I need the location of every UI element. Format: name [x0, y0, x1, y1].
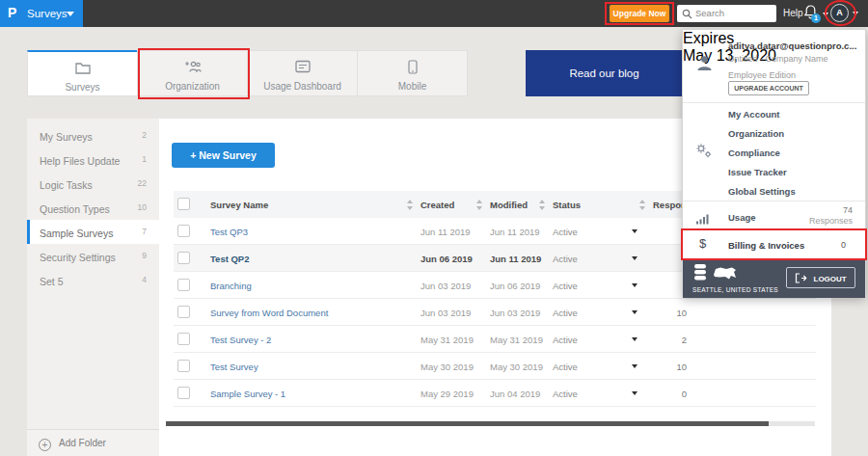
new-survey-button[interactable]: + New Survey	[172, 143, 275, 168]
status-dropdown-caret[interactable]	[632, 283, 637, 287]
menu-item-organization[interactable]: Organization	[728, 124, 865, 144]
sidebar-item-sample-surveys[interactable]: Sample Surveys7	[27, 220, 159, 244]
tab-strip: Surveys Organization Usage Dashboard Mob…	[27, 50, 468, 96]
menu-item-usage[interactable]: Usage 74 Responses	[683, 202, 865, 231]
menu-item-issue-tracker[interactable]: Issue Tracker	[728, 163, 865, 182]
usage-label: Usage	[728, 212, 756, 223]
tab-label: Usage Dashboard	[263, 81, 341, 92]
survey-name-link[interactable]: Test Survey	[210, 362, 258, 372]
row-checkbox[interactable]	[177, 333, 190, 345]
search-box[interactable]	[677, 5, 776, 22]
row-checkbox[interactable]	[177, 225, 190, 237]
menu-item-my-account[interactable]: My Account	[728, 105, 865, 124]
select-all-checkbox[interactable]	[177, 198, 190, 210]
upgrade-account-button[interactable]: UPGRADE ACCOUNT	[728, 81, 809, 95]
search-input[interactable]	[695, 6, 773, 20]
status-value: Active	[553, 335, 578, 345]
billing-value: 0	[841, 240, 846, 250]
row-checkbox[interactable]	[177, 252, 190, 264]
logout-icon	[795, 273, 807, 283]
status-value: Active	[553, 281, 578, 291]
sidebar-item-count: 7	[142, 220, 147, 244]
row-checkbox[interactable]	[177, 306, 190, 318]
sidebar-item-label: Logic Tasks	[40, 179, 93, 191]
sort-icon[interactable]	[407, 200, 414, 210]
status-value: Active	[553, 308, 578, 318]
menu-item-billing-invoices[interactable]: $ Billing & Invoices 0	[683, 231, 865, 259]
survey-name-link[interactable]: Test Survey - 2	[210, 335, 271, 345]
created-date: Jun 03 2019	[420, 308, 471, 318]
chevron-down-icon	[853, 12, 858, 15]
sidebar-item-help-files-update[interactable]: Help Files Update1	[27, 148, 159, 172]
row-checkbox[interactable]	[177, 279, 190, 291]
status-dropdown-caret[interactable]	[632, 310, 637, 314]
status-dropdown-caret[interactable]	[632, 229, 637, 233]
sidebar-item-count: 9	[142, 244, 147, 268]
divider	[683, 102, 865, 103]
upgrade-now-button[interactable]: Upgrade Now	[610, 5, 669, 22]
sidebar-item-my-surveys[interactable]: My Surveys2	[27, 123, 159, 148]
questionpro-logo-icon: P	[8, 6, 16, 19]
sidebar-item-label: Question Types	[40, 203, 110, 215]
chevron-down-icon	[67, 12, 74, 16]
sidebar-item-logic-tasks[interactable]: Logic Tasks22	[27, 172, 159, 196]
row-checkbox[interactable]	[177, 360, 190, 372]
response-count: 10	[648, 362, 687, 372]
survey-name-link[interactable]: Branching	[210, 281, 252, 291]
notifications-button[interactable]: 1	[803, 4, 821, 25]
menu-item-compliance[interactable]: Compliance	[728, 144, 865, 163]
read-our-blog-button[interactable]: Read our blog	[526, 50, 683, 96]
topbar: P Surveys Upgrade Now Help 1 A	[0, 0, 868, 27]
sidebar-item-count: 4	[142, 268, 147, 292]
horizontal-scrollbar-track[interactable]	[166, 421, 815, 426]
tab-organization[interactable]: Organization	[137, 50, 248, 96]
notification-badge: 1	[811, 13, 821, 23]
usage-unit: Responses	[809, 216, 853, 226]
sidebar-item-label: My Surveys	[40, 131, 93, 143]
response-count: 10	[648, 308, 687, 318]
survey-name-link[interactable]: Sample Survey - 1	[210, 389, 285, 399]
table-row: Survey from Word DocumentJun 03 2019Jun …	[174, 299, 816, 326]
surveys-nav-dropdown[interactable]: P Surveys	[0, 0, 83, 27]
tab-mobile[interactable]: Mobile	[357, 50, 468, 96]
sort-icon[interactable]	[639, 200, 646, 210]
status-dropdown-caret[interactable]	[632, 391, 637, 395]
status-dropdown-caret[interactable]	[632, 364, 637, 368]
survey-name-link[interactable]: Test QP2	[210, 254, 249, 264]
created-date: May 29 2019	[420, 389, 474, 399]
sidebar-item-set-5[interactable]: Set 54	[27, 268, 159, 292]
add-folder-button[interactable]: +Add Folder	[27, 429, 159, 456]
tab-surveys[interactable]: Surveys	[27, 50, 138, 96]
datacenter-location: SEATTLE, UNITED STATES	[692, 286, 778, 293]
bar-chart-icon	[695, 212, 711, 225]
tab-usage-dashboard[interactable]: Usage Dashboard	[247, 50, 358, 96]
status-dropdown-caret[interactable]	[632, 256, 637, 260]
sidebar-item-count: 1	[142, 148, 147, 172]
survey-name-link[interactable]: Test QP3	[210, 227, 248, 237]
created-date: May 30 2019	[420, 362, 474, 372]
account-panel-footer: SEATTLE, UNITED STATES LOGOUT	[683, 259, 865, 298]
response-count: 0	[648, 389, 687, 399]
status-value: Active	[553, 254, 578, 264]
dashboard-icon	[295, 60, 311, 74]
sort-icon[interactable]	[539, 200, 546, 210]
avatar[interactable]: A	[830, 4, 849, 22]
column-header-survey-name: Survey Name	[210, 200, 268, 210]
sort-icon[interactable]	[476, 200, 483, 210]
menu-item-global-settings[interactable]: Global Settings	[728, 182, 865, 201]
table-row: Test Survey - 2May 31 2019May 31 2019Act…	[174, 326, 816, 353]
sidebar-item-security-settings[interactable]: Security Settings9	[27, 244, 159, 268]
logout-button[interactable]: LOGOUT	[786, 267, 855, 288]
account-company: Untitled - Company Name	[728, 54, 828, 64]
plus-circle-icon: +	[39, 439, 51, 451]
horizontal-scrollbar-thumb[interactable]	[166, 421, 769, 426]
help-link[interactable]: Help	[783, 8, 803, 18]
sidebar-item-question-types[interactable]: Question Types10	[27, 196, 159, 220]
modified-date: Jun 11 2019	[490, 227, 540, 237]
response-count: 2	[648, 335, 687, 345]
survey-name-link[interactable]: Survey from Word Document	[210, 308, 328, 318]
sidebar-item-label: Sample Surveys	[40, 228, 113, 239]
status-dropdown-caret[interactable]	[632, 337, 637, 341]
row-checkbox[interactable]	[177, 387, 190, 399]
account-email: aditya.datar@questionpro.c...	[728, 40, 856, 51]
